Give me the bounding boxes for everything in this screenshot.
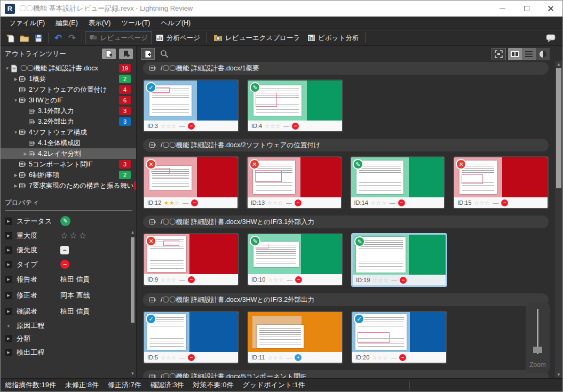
finding-count-badge: 2	[134, 181, 136, 190]
scroll-down-icon[interactable]: ▼	[555, 372, 562, 377]
review-explorer-label: レビューエクスプローラ	[225, 34, 300, 43]
review-page-button[interactable]: レビューページ	[85, 31, 152, 44]
expand-arrow-icon[interactable]: ▼	[4, 66, 11, 71]
section-header[interactable]: /〇〇機能 詳細設計書.docx/3HWとのIF/3.2外部出力	[143, 293, 549, 306]
property-value[interactable]: 植田 信貴	[60, 275, 90, 284]
expand-arrow-icon[interactable]: ▶	[5, 218, 12, 225]
tree-item-chapter4-2[interactable]: ▶ 4.2レイヤ分割	[1, 148, 136, 159]
finding-card[interactable]: ✎ ID:14 ☆☆☆ — −	[350, 156, 446, 209]
finding-card[interactable]: ✓ ID:20 ☆☆☆ — −	[351, 311, 447, 364]
section-external-input: /〇〇機能 詳細設計書.docx/3HWとのIF/3.1外部入力 ✕ ID:9 …	[143, 215, 549, 287]
collapse-arrow-icon[interactable]: ▼	[5, 322, 12, 330]
tree-item-chapter5[interactable]: 5コンポーネント間IF 3	[1, 159, 136, 170]
expand-arrow-icon[interactable]: ▶	[5, 232, 12, 239]
section-header[interactable]: /〇〇機能 詳細設計書.docx/1概要	[143, 62, 549, 75]
main-scrollbar[interactable]: ▲ ▼	[555, 61, 562, 378]
expand-arrow-icon[interactable]: ▼	[12, 98, 19, 103]
pivot-analysis-button[interactable]: ピボット分析	[304, 31, 362, 44]
property-value[interactable]: 植田 信貴	[60, 307, 90, 316]
analysis-page-button[interactable]: 分析ページ	[152, 31, 204, 44]
tree-item-chapter1[interactable]: ▶ 1概要 2	[1, 74, 136, 84]
finding-card[interactable]: ✓ ID:3 ☆☆☆ — −	[143, 79, 239, 132]
menu-tools[interactable]: ツール(T)	[116, 17, 155, 30]
expand-arrow-icon[interactable]: ▶	[5, 261, 12, 268]
zoom-slider-thumb[interactable]	[533, 347, 542, 353]
finding-card[interactable]: ✕ ID:12 ★★☆ — −	[143, 156, 239, 209]
scroll-up-icon[interactable]: ▲	[555, 62, 562, 67]
scroll-up-icon[interactable]: ▲	[130, 230, 135, 235]
finding-card-selected[interactable]: ✎ ID:19 ☆☆☆ — −	[351, 233, 447, 287]
list-view-button[interactable]	[522, 48, 536, 60]
status-fixed-count: 修正済:7件	[108, 380, 141, 390]
tree-item-chapter2[interactable]: 2ソフトウェアの位置付け 4	[1, 84, 136, 95]
section-header[interactable]: /〇〇機能 詳細設計書.docx/5コンポーネント間IF	[143, 370, 549, 378]
finding-card[interactable]: ✕ ID:15 ☆☆☆ — −	[453, 156, 549, 209]
finding-id: ID:15	[457, 199, 471, 206]
priority-none: —	[493, 199, 498, 206]
expand-arrow-icon[interactable]: ▶	[5, 246, 12, 254]
save-button[interactable]	[32, 32, 45, 44]
section-header[interactable]: /〇〇機能 詳細設計書.docx/3HWとのIF/3.1外部入力	[143, 215, 549, 228]
minimize-button[interactable]	[490, 1, 514, 17]
close-button[interactable]	[538, 1, 562, 17]
search-button[interactable]	[158, 48, 171, 60]
finding-id: ID:13	[251, 199, 265, 206]
expand-arrow-icon[interactable]: ▶	[12, 173, 19, 178]
fit-to-screen-button[interactable]	[491, 48, 506, 60]
chapter-icon	[19, 162, 26, 167]
menu-file[interactable]: ファイル(F)	[4, 17, 50, 30]
chapter-icon	[29, 109, 35, 114]
thumbnail-view-button[interactable]	[508, 48, 522, 60]
tree-item-chapter3-1[interactable]: 3.1外部入力 3	[1, 106, 136, 116]
expand-arrow-icon[interactable]: ▶	[5, 276, 12, 283]
undo-button[interactable]: ↶	[52, 32, 65, 44]
menu-help[interactable]: ヘルプ(H)	[156, 17, 196, 30]
review-explorer-button[interactable]: レビューエクスプローラ	[210, 31, 304, 44]
status-fixed-icon[interactable]: ✎	[60, 216, 70, 226]
tree-item-chapter3[interactable]: ▼ 3HWとのIF 6	[1, 95, 136, 106]
scroll-down-icon[interactable]: ▼	[130, 371, 135, 376]
tree-item-chapter7[interactable]: ▶ 7要求実現のための構造と振る舞い 2	[1, 180, 136, 191]
expand-arrow-icon[interactable]: ▶	[5, 308, 12, 315]
expand-arrow-icon[interactable]: ▶	[5, 349, 12, 356]
expand-arrow-icon[interactable]: ▶	[12, 77, 19, 82]
maximize-button[interactable]	[514, 1, 538, 17]
section-header[interactable]: /〇〇機能 詳細設計書.docx/2ソフトウェアの位置付け	[143, 139, 549, 151]
redo-button[interactable]: ↷	[66, 32, 78, 44]
tree-item-chapter4-1[interactable]: 4.1全体構成図	[1, 138, 136, 148]
add-document-button[interactable]	[102, 49, 116, 59]
expand-arrow-icon[interactable]: ▼	[12, 130, 19, 135]
menu-edit[interactable]: 編集(E)	[50, 17, 83, 30]
expand-arrow-icon[interactable]: ▶	[5, 292, 12, 299]
new-file-button[interactable]	[4, 32, 17, 44]
comment-button[interactable]	[544, 32, 557, 44]
tree-item-chapter3-2[interactable]: 3.2外部出力 3	[1, 116, 136, 127]
menu-view[interactable]: 表示(V)	[83, 17, 116, 30]
add-finding-button[interactable]	[141, 48, 155, 60]
maximize-icon	[524, 6, 529, 11]
findings-scroll-area[interactable]: /〇〇機能 詳細設計書.docx/1概要 ✓ ID:3 ☆☆☆ — − ✎	[137, 61, 555, 378]
section-overview: /〇〇機能 詳細設計書.docx/1概要 ✓ ID:3 ☆☆☆ — − ✎	[143, 62, 549, 132]
finding-card[interactable]: ✓ ID:5 ☆☆☆ — −	[143, 311, 239, 364]
scrollbar-thumb[interactable]	[131, 237, 134, 323]
expand-arrow-icon[interactable]: ▶	[22, 151, 29, 156]
expand-arrow-icon[interactable]: ▶	[12, 183, 19, 188]
contrast-view-button[interactable]	[536, 48, 550, 60]
add-bookmark-button[interactable]	[119, 49, 133, 59]
tree-item-document[interactable]: ▼ 〇〇機能 詳細設計書.docx 19	[1, 63, 136, 74]
finding-card[interactable]: ID:11 ☆☆☆ — ✦	[247, 311, 343, 364]
priority-none-icon[interactable]: −	[60, 246, 69, 254]
tree-item-chapter6[interactable]: ▶ 6制約事項 2	[1, 170, 136, 180]
finding-card[interactable]: ✎ ID:4 ☆☆☆ — −	[247, 79, 343, 132]
finding-card[interactable]: ✕ ID:9 ☆☆☆ — −	[143, 233, 239, 286]
tree-item-chapter4[interactable]: ▼ 4ソフトウェア構成	[1, 127, 136, 138]
finding-card[interactable]: ✎ ID:10 ☆☆☆ — −	[247, 233, 343, 286]
open-file-button[interactable]	[18, 32, 31, 44]
property-value[interactable]: 岡本 直哉	[60, 291, 90, 300]
severity-stars[interactable]: ☆☆☆	[60, 230, 88, 241]
expand-arrow-icon[interactable]: ▶	[5, 335, 12, 342]
finding-card[interactable]: ✕ ID:13 ☆☆☆ — −	[247, 156, 342, 209]
scrollbar-thumb[interactable]	[556, 68, 561, 188]
properties-scrollbar[interactable]: ▲ ▼	[130, 230, 135, 376]
type-issue-icon[interactable]: −	[60, 260, 69, 269]
